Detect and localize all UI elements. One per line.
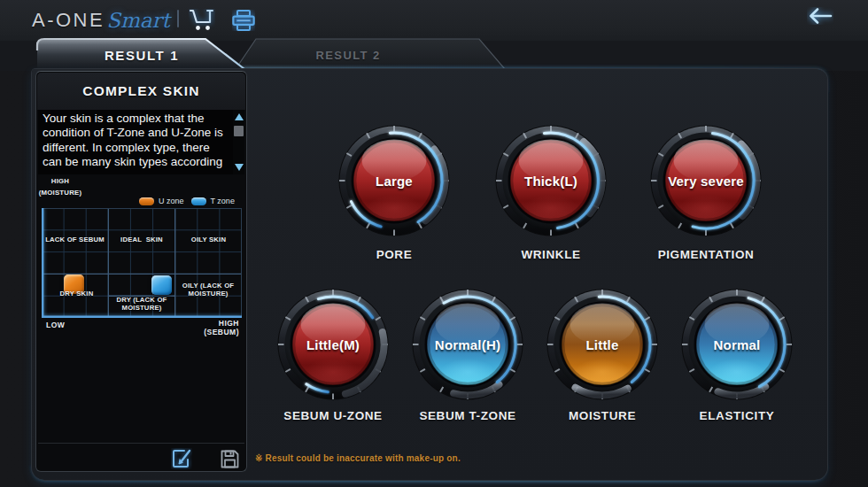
print-button[interactable] bbox=[227, 0, 260, 41]
gauge-wrinkle[interactable]: Thick(L) WRINKLE bbox=[495, 125, 607, 236]
knob: Normal bbox=[681, 289, 793, 400]
gauge-sebum-u-zone[interactable]: Little(M) SEBUM U-ZONE bbox=[277, 289, 389, 400]
gauge-label: PIGMENTATION bbox=[658, 248, 755, 261]
gauge-value: Very severe bbox=[650, 125, 762, 236]
back-arrow-icon bbox=[807, 7, 833, 25]
knob: Normal(H) bbox=[412, 289, 523, 400]
knob: Thick(L) bbox=[495, 125, 607, 236]
knob: Little(M) bbox=[277, 289, 389, 400]
tab-result-1-label: RESULT 1 bbox=[105, 48, 179, 63]
skin-type-title-wrap: COMPLEX SKIN bbox=[37, 73, 245, 110]
gauge-value: Thick(L) bbox=[495, 125, 607, 236]
zone-ideal-skin: IDEAL SKIN bbox=[109, 236, 174, 244]
legend-t-zone-label: T zone bbox=[211, 197, 235, 205]
gauge-label: PORE bbox=[376, 248, 413, 261]
brand-logo: A-ONE Smart bbox=[32, 5, 170, 35]
save-button[interactable] bbox=[218, 447, 241, 470]
edit-note-icon bbox=[171, 448, 192, 469]
zone-oily-skin: OILY SKIN bbox=[175, 236, 242, 244]
tab-result-1[interactable]: RESULT 1 bbox=[37, 39, 246, 71]
x-axis-low-label: LOW bbox=[46, 321, 65, 329]
result-summary-panel: COMPLEX SKIN Your skin is a complex that… bbox=[35, 71, 247, 472]
gauge-label: ELASTICITY bbox=[700, 409, 775, 422]
gauge-pigmentation[interactable]: Very severe PIGMENTATION bbox=[650, 125, 762, 236]
edit-note-button[interactable] bbox=[170, 447, 193, 470]
scroll-up-icon bbox=[235, 113, 244, 120]
description-text: Your skin is a complex that the conditio… bbox=[43, 112, 234, 170]
gauge-label: WRINKLE bbox=[521, 248, 580, 261]
knob: Little bbox=[546, 289, 658, 400]
gauge-label: SEBUM T-ZONE bbox=[419, 409, 515, 422]
gauge-value: Little(M) bbox=[277, 289, 389, 400]
topbar-divider bbox=[177, 10, 179, 27]
panel-footer-divider bbox=[38, 443, 244, 444]
gauge-value: Little bbox=[546, 289, 658, 400]
zone-oily-lack-of-moisture: OILY (LACK OF MOISTURE) bbox=[177, 282, 239, 298]
gauge-value: Normal(H) bbox=[412, 289, 523, 400]
x-axis-high-label: HIGH (SEBUM) bbox=[177, 320, 239, 336]
printer-icon bbox=[232, 10, 255, 31]
scrollbar-thumb[interactable] bbox=[234, 126, 244, 136]
knob: Very severe bbox=[650, 125, 762, 236]
gauge-value: Normal bbox=[681, 289, 793, 400]
gauge-value: Large bbox=[338, 125, 450, 236]
back-button[interactable] bbox=[802, 0, 838, 36]
gauge-label: SEBUM U-ZONE bbox=[283, 409, 382, 422]
gauge-elasticity[interactable]: Normal ELASTICITY bbox=[681, 289, 793, 400]
zone-dry-lack-of-moisture: DRY (LACK OF MOISTURE) bbox=[112, 297, 171, 312]
brand-suffix: Smart bbox=[106, 9, 170, 32]
gauge-pore[interactable]: Large PORE bbox=[338, 125, 450, 236]
tab-result-2[interactable]: RESULT 2 bbox=[257, 41, 439, 69]
legend-u-zone-swatch bbox=[139, 197, 154, 205]
skin-type-chart: LACK OF SEBUM IDEAL SKIN OILY SKIN DRY S… bbox=[42, 208, 242, 318]
y-axis-high-label: HIGH (MOISTURE) bbox=[34, 175, 87, 198]
zone-dry-skin: DRY SKIN bbox=[43, 290, 110, 298]
legend-t-zone-swatch bbox=[191, 197, 206, 205]
legend-u-zone-label: U zone bbox=[159, 197, 184, 205]
tab-result-2-label: RESULT 2 bbox=[315, 49, 380, 62]
gauge-sebum-t-zone[interactable]: Normal(H) SEBUM T-ZONE bbox=[412, 289, 523, 400]
skin-type-title: COMPLEX SKIN bbox=[82, 83, 199, 99]
save-floppy-icon bbox=[221, 450, 239, 468]
gauge-moisture[interactable]: Little MOISTURE bbox=[546, 289, 658, 400]
brand-name: A-ONE bbox=[32, 9, 105, 32]
scroll-down-button[interactable] bbox=[233, 161, 244, 174]
t-zone-marker bbox=[151, 275, 172, 295]
app-window: A-ONE Smart bbox=[0, 0, 868, 487]
chart-legend: U zone T zone bbox=[139, 197, 242, 205]
footnote-text: ※ Result could be inaccurate with make-u… bbox=[255, 453, 461, 463]
description-scrollbar[interactable] bbox=[233, 110, 244, 174]
knob: Large bbox=[338, 125, 450, 236]
cart-button[interactable] bbox=[184, 0, 220, 41]
scroll-down-icon bbox=[235, 164, 244, 171]
gauge-label: MOISTURE bbox=[569, 409, 636, 422]
scroll-up-button[interactable] bbox=[233, 111, 244, 123]
description-textbox: Your skin is a complex that the conditio… bbox=[38, 110, 244, 174]
cart-icon bbox=[189, 9, 215, 32]
zone-lack-of-sebum: LACK OF SEBUM bbox=[42, 236, 108, 244]
